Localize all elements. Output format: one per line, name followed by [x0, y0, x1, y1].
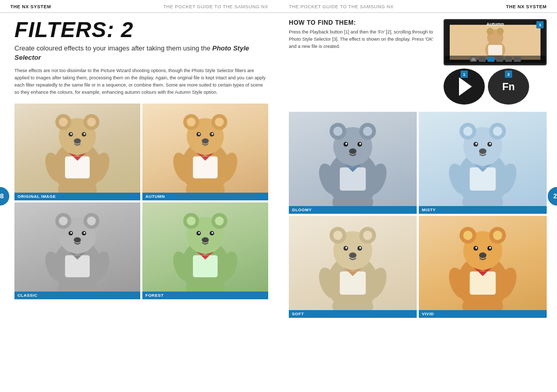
how-to-section: HOW TO FIND THEM: Press the Playback but… — [289, 19, 547, 105]
svg-point-96 — [479, 148, 486, 154]
svg-point-10 — [74, 139, 81, 144]
screen-label: Autumn — [486, 22, 504, 27]
left-page-content: FILTERS: 2 Create coloured effects to yo… — [0, 13, 278, 304]
image-cell-soft: SOFT — [289, 216, 417, 318]
svg-point-79 — [359, 143, 362, 145]
svg-point-80 — [349, 148, 356, 154]
playback-button: 1 — [444, 69, 485, 105]
header-right-title: THE NX SYSTEM — [506, 4, 547, 9]
image-cell-vivid: VIVID — [419, 216, 547, 318]
how-to-text: HOW TO FIND THEM: Press the Playback but… — [289, 19, 438, 105]
image-cell-misty: MISTY — [419, 112, 547, 214]
svg-point-94 — [476, 143, 478, 145]
svg-point-8 — [70, 133, 72, 134]
left-page: 28 THE NX SYSTEM THE POCKET GUIDE TO THE… — [0, 0, 278, 392]
btn2-label: 2 — [505, 71, 512, 78]
fn-button: 2 Fn — [488, 69, 529, 105]
button-row: 1 2 Fn — [444, 69, 547, 105]
header-center-right: THE POCKET GUIDE TO THE SAMSUNG NX — [289, 4, 394, 9]
label-gloomy: GLOOMY — [289, 206, 417, 214]
svg-point-20 — [187, 117, 195, 126]
label-soft: SOFT — [289, 310, 417, 318]
image-cell-classic: CLASSIC — [14, 202, 140, 299]
label-classic: CLASSIC — [14, 292, 140, 299]
svg-point-95 — [489, 143, 492, 145]
svg-point-126 — [476, 247, 478, 249]
image-cell-autumn: AUTUMN — [142, 104, 268, 200]
svg-point-78 — [346, 143, 348, 145]
svg-point-52 — [187, 216, 195, 225]
svg-point-127 — [489, 247, 492, 249]
how-to-title: HOW TO FIND THEM: — [289, 19, 438, 26]
camera-screen: Autumn 3 — [444, 19, 547, 65]
right-page: 29 THE POCKET GUIDE TO THE SAMSUNG NX TH… — [278, 0, 557, 392]
svg-point-40 — [70, 232, 72, 233]
header-center-title: THE POCKET GUIDE TO THE SAMSUNG NX — [163, 4, 268, 9]
label-autumn: AUTUMN — [142, 193, 268, 200]
svg-point-37 — [87, 216, 96, 225]
svg-point-57 — [211, 232, 213, 233]
how-to-body: Press the Playback button [1] and then t… — [289, 29, 438, 50]
svg-point-112 — [349, 252, 356, 258]
svg-rect-69 — [488, 45, 502, 55]
svg-point-67 — [497, 28, 504, 35]
svg-point-107 — [363, 231, 372, 240]
right-page-content: HOW TO FIND THEM: Press the Playback but… — [278, 13, 557, 323]
svg-point-24 — [198, 133, 200, 134]
btn1-label: 1 — [461, 71, 468, 78]
fn-text: Fn — [502, 81, 515, 93]
svg-point-66 — [486, 28, 494, 35]
svg-point-110 — [346, 247, 348, 249]
svg-point-25 — [211, 133, 213, 134]
svg-point-21 — [215, 117, 224, 126]
page-subtitle: Create coloured effects to your images a… — [14, 44, 268, 62]
svg-point-36 — [59, 216, 68, 225]
label-vivid: VIVID — [419, 310, 547, 318]
svg-point-75 — [363, 127, 372, 136]
svg-point-128 — [479, 252, 486, 258]
label-forest: FOREST — [142, 292, 268, 299]
svg-point-106 — [333, 231, 342, 240]
how-to-images: Autumn 3 — [444, 19, 547, 105]
svg-point-74 — [333, 127, 342, 136]
label-misty: MISTY — [419, 206, 547, 214]
image-cell-forest: FOREST — [142, 202, 268, 299]
svg-point-53 — [215, 216, 224, 225]
header-left-title: THE NX SYSTEM — [10, 4, 51, 9]
svg-point-42 — [74, 237, 81, 243]
svg-point-122 — [463, 231, 472, 240]
svg-point-9 — [84, 133, 85, 134]
right-image-grid: GLOOMY — [289, 112, 547, 318]
page-title: FILTERS: 2 — [14, 19, 268, 41]
svg-point-111 — [359, 247, 362, 249]
label-original: ORIGINAL IMAGE — [14, 193, 140, 200]
play-icon — [459, 77, 472, 96]
svg-point-4 — [59, 117, 68, 126]
svg-point-56 — [198, 232, 200, 233]
image-cell-gloomy: GLOOMY — [289, 112, 417, 214]
left-image-grid: ORIGINAL IMAGE — [14, 104, 268, 299]
image-cell-original: ORIGINAL IMAGE — [14, 104, 140, 200]
body-text: These effects are not too dissimilar to … — [14, 67, 268, 96]
svg-point-41 — [84, 232, 85, 233]
right-page-header: THE POCKET GUIDE TO THE SAMSUNG NX THE N… — [278, 0, 557, 13]
svg-point-58 — [202, 237, 209, 243]
svg-point-26 — [202, 139, 209, 144]
svg-point-91 — [493, 127, 502, 136]
svg-point-5 — [87, 117, 96, 126]
left-page-header: THE NX SYSTEM THE POCKET GUIDE TO THE SA… — [0, 0, 278, 13]
svg-point-123 — [493, 231, 502, 240]
screen-badge: 3 — [536, 21, 544, 28]
svg-point-90 — [463, 127, 472, 136]
